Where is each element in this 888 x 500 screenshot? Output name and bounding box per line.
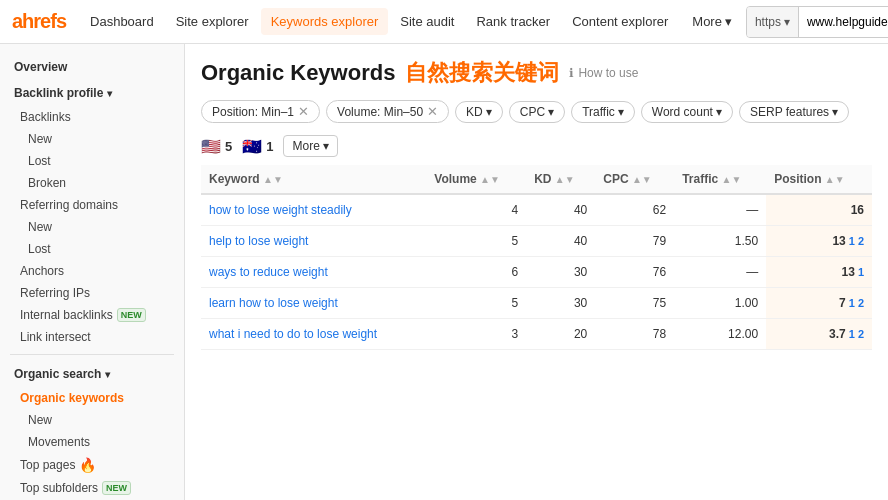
nav-link-site-explorer[interactable]: Site explorer (166, 8, 259, 35)
country-au[interactable]: 🇦🇺 1 (242, 137, 273, 156)
sidebar-item-referring-domains[interactable]: Referring domains (0, 194, 184, 216)
sort-icon[interactable]: ▲▼ (263, 174, 283, 185)
keyword-link[interactable]: what i need to do to lose weight (209, 327, 377, 341)
filter-traffic[interactable]: Traffic ▾ (571, 101, 635, 123)
sidebar-item-referring-domains-new[interactable]: New (0, 216, 184, 238)
chevron-down-icon: ▾ (832, 105, 838, 119)
main-content: Organic Keywords 自然搜索关键词 ℹ How to use Po… (185, 44, 888, 500)
sidebar-item-organic-keywords[interactable]: Organic keywords (0, 387, 184, 409)
filter-position[interactable]: Position: Min–1 ✕ (201, 100, 320, 123)
how-to-use-link[interactable]: ℹ How to use (569, 66, 638, 80)
sidebar-item-anchors[interactable]: Anchors (0, 260, 184, 282)
th-kd: KD ▲▼ (526, 165, 595, 194)
position-link-1[interactable]: 1 (849, 328, 855, 340)
sidebar-overview[interactable]: Overview (0, 54, 184, 80)
sidebar-organic-search[interactable]: Organic search ▾ (0, 361, 184, 387)
sidebar-item-referring-domains-lost[interactable]: Lost (0, 238, 184, 260)
position-link-1[interactable]: 1 (849, 235, 855, 247)
sidebar-item-backlinks-broken[interactable]: Broken (0, 172, 184, 194)
table-body: how to lose weight steadily 4 40 62 — 16… (201, 194, 872, 350)
chevron-down-icon: ▾ (784, 15, 790, 29)
chevron-down-icon: ▾ (323, 139, 329, 153)
filters-row: Position: Min–1 ✕ Volume: Min–50 ✕ KD ▾ … (201, 100, 872, 123)
sidebar-item-top-subfolders[interactable]: Top subfolders NEW (0, 477, 184, 499)
cell-position: 16 (766, 194, 872, 226)
country-row: 🇺🇸 5 🇦🇺 1 More ▾ (201, 135, 872, 157)
th-traffic: Traffic ▲▼ (674, 165, 766, 194)
question-icon: ℹ (569, 66, 574, 80)
cell-traffic: — (674, 257, 766, 288)
chevron-icon: ▾ (105, 369, 110, 380)
position-link-1[interactable]: 1 (849, 297, 855, 309)
country-us-count: 5 (225, 139, 232, 154)
sort-icon[interactable]: ▲▼ (480, 174, 500, 185)
table-row: ways to reduce weight 6 30 76 — 13 1 (201, 257, 872, 288)
us-flag-icon: 🇺🇸 (201, 137, 221, 156)
nav-link-dashboard[interactable]: Dashboard (80, 8, 164, 35)
sort-icon[interactable]: ▲▼ (632, 174, 652, 185)
sidebar-item-internal-backlinks[interactable]: Internal backlinks NEW (0, 304, 184, 326)
nav-links: Dashboard Site explorer Keywords explore… (80, 8, 678, 35)
position-badge: 7 1 2 (839, 296, 864, 310)
remove-filter-icon[interactable]: ✕ (298, 104, 309, 119)
search-bar: https ▾ ✕ URL ▾ 🔍 (746, 6, 888, 38)
position-link-2[interactable]: 2 (858, 297, 864, 309)
page-title: Organic Keywords (201, 60, 395, 86)
cell-volume: 4 (426, 194, 526, 226)
nav-link-site-audit[interactable]: Site audit (390, 8, 464, 35)
nav-link-content-explorer[interactable]: Content explorer (562, 8, 678, 35)
nav-right: https ▾ ✕ URL ▾ 🔍 ⚙ Settings (746, 6, 888, 38)
position-link-1[interactable]: 1 (858, 266, 864, 278)
page-title-row: Organic Keywords 自然搜索关键词 ℹ How to use (201, 58, 872, 88)
nav-link-keywords-explorer[interactable]: Keywords explorer (261, 8, 389, 35)
table-row: what i need to do to lose weight 3 20 78… (201, 319, 872, 350)
position-link-2[interactable]: 2 (858, 328, 864, 340)
sidebar-backlink-profile[interactable]: Backlink profile ▾ (0, 80, 184, 106)
nav-link-rank-tracker[interactable]: Rank tracker (466, 8, 560, 35)
countries-more-button[interactable]: More ▾ (283, 135, 337, 157)
cell-volume: 5 (426, 288, 526, 319)
sort-icon[interactable]: ▲▼ (555, 174, 575, 185)
new-badge: NEW (117, 308, 146, 322)
sidebar-item-top-pages[interactable]: Top pages 🔥 (0, 453, 184, 477)
search-prefix[interactable]: https ▾ (747, 7, 799, 37)
keyword-link[interactable]: help to lose weight (209, 234, 308, 248)
chevron-down-icon: ▾ (618, 105, 624, 119)
remove-filter-icon[interactable]: ✕ (427, 104, 438, 119)
search-input[interactable] (799, 7, 888, 37)
position-badge: 13 1 (842, 265, 864, 279)
country-us[interactable]: 🇺🇸 5 (201, 137, 232, 156)
cell-position: 7 1 2 (766, 288, 872, 319)
nav-more-button[interactable]: More ▾ (682, 8, 742, 35)
position-link-2[interactable]: 2 (858, 235, 864, 247)
position-badge: 13 1 2 (832, 234, 864, 248)
keyword-link[interactable]: how to lose weight steadily (209, 203, 352, 217)
cell-kd: 40 (526, 226, 595, 257)
sort-icon[interactable]: ▲▼ (722, 174, 742, 185)
country-au-count: 1 (266, 139, 273, 154)
sidebar-item-link-intersect[interactable]: Link intersect (0, 326, 184, 348)
sidebar-item-organic-keywords-new[interactable]: New (0, 409, 184, 431)
sidebar-item-backlinks-lost[interactable]: Lost (0, 150, 184, 172)
sidebar-item-referring-ips[interactable]: Referring IPs (0, 282, 184, 304)
cell-cpc: 62 (595, 194, 674, 226)
top-navigation: ahrefs Dashboard Site explorer Keywords … (0, 0, 888, 44)
sort-icon[interactable]: ▲▼ (825, 174, 845, 185)
chevron-icon: ▾ (107, 88, 112, 99)
keyword-link[interactable]: learn how to lose weight (209, 296, 338, 310)
filter-serp-features[interactable]: SERP features ▾ (739, 101, 849, 123)
table-row: help to lose weight 5 40 79 1.50 13 1 2 (201, 226, 872, 257)
th-keyword: Keyword ▲▼ (201, 165, 426, 194)
sidebar-item-organic-keywords-movements[interactable]: Movements (0, 431, 184, 453)
sidebar-item-backlinks[interactable]: Backlinks (0, 106, 184, 128)
cell-cpc: 78 (595, 319, 674, 350)
keyword-link[interactable]: ways to reduce weight (209, 265, 328, 279)
cell-cpc: 75 (595, 288, 674, 319)
filter-word-count[interactable]: Word count ▾ (641, 101, 733, 123)
sidebar-item-backlinks-new[interactable]: New (0, 128, 184, 150)
filter-cpc[interactable]: CPC ▾ (509, 101, 565, 123)
filter-kd[interactable]: KD ▾ (455, 101, 503, 123)
filter-volume[interactable]: Volume: Min–50 ✕ (326, 100, 449, 123)
cell-traffic: 1.00 (674, 288, 766, 319)
cell-traffic: 1.50 (674, 226, 766, 257)
